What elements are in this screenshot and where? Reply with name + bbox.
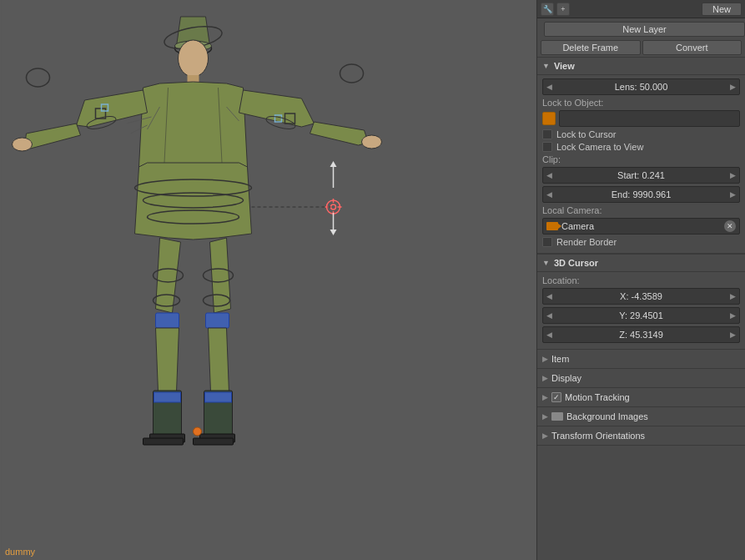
display-section-header[interactable]: ▶ Display	[537, 369, 745, 388]
z-arrow-left: ◀	[546, 330, 552, 339]
viewport-label: dummy	[5, 547, 35, 557]
motion-tracking-checkbox[interactable]	[551, 392, 561, 402]
svg-point-41	[194, 427, 202, 436]
clip-label-row: Clip:	[542, 154, 740, 164]
clip-label: Clip:	[542, 154, 617, 164]
wrench-icon[interactable]: 🔧	[541, 3, 554, 16]
local-camera-label: Local Camera:	[542, 205, 617, 215]
background-images-section-header[interactable]: ▶ Background Images	[537, 407, 745, 426]
z-row: ◀ Z: 45.3149 ▶	[542, 326, 740, 343]
view-section-header[interactable]: ▼ View	[537, 57, 745, 75]
background-images-section-title: Background Images	[566, 411, 648, 421]
item-section-title: Item	[551, 354, 569, 364]
background-images-icon	[551, 412, 563, 421]
cursor-section-header[interactable]: ▼ 3D Cursor	[537, 254, 745, 272]
end-row: ◀ End: 9990.961 ▶	[542, 186, 740, 203]
panel-toolbar: 🔧 + New	[537, 0, 745, 18]
scene-svg	[0, 0, 536, 560]
view-triangle-icon: ▼	[542, 62, 550, 70]
y-arrow-right: ▶	[730, 311, 736, 320]
view-section-title: View	[554, 61, 575, 71]
start-value: Start: 0.241	[617, 170, 665, 180]
delete-frame-button[interactable]: Delete Frame	[541, 40, 641, 55]
new-layer-row: New Layer	[537, 18, 745, 40]
lock-cursor-label: Lock to Cursor	[556, 129, 617, 139]
lens-value: Lens: 50.000	[615, 82, 668, 92]
lens-arrow-right: ▶	[730, 83, 736, 91]
lock-to-object-row: Lock to Object:	[542, 98, 740, 108]
camera-icon	[546, 222, 558, 230]
camera-field[interactable]: Camera ✕	[542, 218, 740, 235]
viewport-3d[interactable]: dummy	[0, 0, 536, 560]
lens-row: ◀ Lens: 50.000 ▶	[542, 78, 740, 95]
svg-rect-30	[194, 438, 234, 445]
camera-clear-button[interactable]: ✕	[724, 220, 736, 232]
motion-tracking-triangle-icon: ▶	[542, 393, 548, 401]
item-triangle-icon: ▶	[542, 355, 548, 363]
display-triangle-icon: ▶	[542, 374, 548, 382]
cursor-triangle-icon: ▼	[542, 259, 550, 267]
delete-convert-row: Delete Frame Convert	[537, 40, 745, 57]
plus-icon[interactable]: +	[556, 3, 570, 16]
lens-arrow-left: ◀	[546, 83, 552, 91]
y-arrow-left: ◀	[546, 311, 552, 320]
end-value: End: 9990.961	[612, 189, 672, 199]
x-arrow-left: ◀	[546, 292, 552, 300]
cursor-section-title: 3D Cursor	[554, 258, 598, 268]
convert-button[interactable]: Convert	[642, 40, 742, 55]
start-input[interactable]: ◀ Start: 0.241 ▶	[542, 167, 740, 184]
lock-object-input[interactable]	[559, 110, 740, 127]
svg-rect-21	[156, 313, 179, 328]
svg-point-8	[13, 138, 33, 151]
start-arrow-left: ◀	[546, 171, 552, 179]
render-border-checkbox[interactable]	[542, 237, 552, 247]
motion-tracking-section-header[interactable]: ▶ Motion Tracking	[537, 388, 745, 407]
properties-panel: 🔧 + New New Layer Delete Frame Convert ▼…	[536, 0, 745, 560]
start-row: ◀ Start: 0.241 ▶	[542, 167, 740, 184]
lock-object-field	[542, 110, 740, 127]
z-input[interactable]: ◀ Z: 45.3149 ▶	[542, 326, 740, 343]
transform-orientations-section-title: Transform Orientations	[551, 431, 645, 441]
z-arrow-right: ▶	[730, 330, 736, 339]
view-section-content: ◀ Lens: 50.000 ▶ Lock to Object: Lock to…	[537, 75, 745, 254]
x-arrow-right: ▶	[730, 292, 736, 300]
render-border-label: Render Border	[556, 237, 617, 247]
transform-orientations-triangle-icon: ▶	[542, 431, 548, 440]
end-input[interactable]: ◀ End: 9990.961 ▶	[542, 186, 740, 203]
end-arrow-left: ◀	[546, 190, 552, 199]
transform-orientations-section-header[interactable]: ▶ Transform Orientations	[537, 426, 745, 446]
svg-rect-26	[205, 392, 232, 402]
svg-rect-22	[206, 313, 229, 328]
lock-camera-row: Lock Camera to View	[542, 142, 740, 152]
lock-cursor-row: Lock to Cursor	[542, 129, 740, 139]
display-section-title: Display	[551, 373, 581, 383]
y-row: ◀ Y: 29.4501 ▶	[542, 307, 740, 324]
location-label: Location:	[542, 275, 617, 285]
svg-point-9	[362, 135, 382, 149]
new-layer-button[interactable]: New Layer	[544, 22, 745, 37]
svg-rect-29	[143, 438, 184, 445]
cursor-section-content: Location: ◀ X: -4.3589 ▶ ◀ Y: 29.4501 ▶ …	[537, 272, 745, 350]
z-value: Z: 45.3149	[619, 330, 663, 340]
x-input[interactable]: ◀ X: -4.3589 ▶	[542, 288, 740, 305]
y-value: Y: 29.4501	[619, 310, 663, 320]
lock-camera-label: Lock Camera to View	[556, 142, 643, 152]
motion-tracking-section-title: Motion Tracking	[565, 392, 630, 402]
svg-rect-0	[2, 0, 536, 560]
toolbar-icons: 🔧 +	[541, 3, 570, 16]
x-value: X: -4.3589	[620, 291, 662, 301]
lock-to-object-label: Lock to Object:	[542, 98, 617, 108]
y-input[interactable]: ◀ Y: 29.4501 ▶	[542, 307, 740, 324]
lens-input[interactable]: ◀ Lens: 50.000 ▶	[542, 78, 740, 95]
start-arrow-right: ▶	[730, 171, 736, 179]
svg-point-4	[179, 40, 209, 77]
item-section-header[interactable]: ▶ Item	[537, 350, 745, 369]
svg-rect-25	[154, 392, 181, 402]
background-images-triangle-icon: ▶	[542, 412, 548, 421]
x-row: ◀ X: -4.3589 ▶	[542, 288, 740, 305]
lock-cursor-checkbox[interactable]	[542, 129, 552, 139]
lock-camera-checkbox[interactable]	[542, 142, 552, 152]
new-button[interactable]: New	[702, 3, 742, 16]
render-border-row: Render Border	[542, 237, 740, 247]
camera-name-text: Camera	[561, 221, 724, 231]
